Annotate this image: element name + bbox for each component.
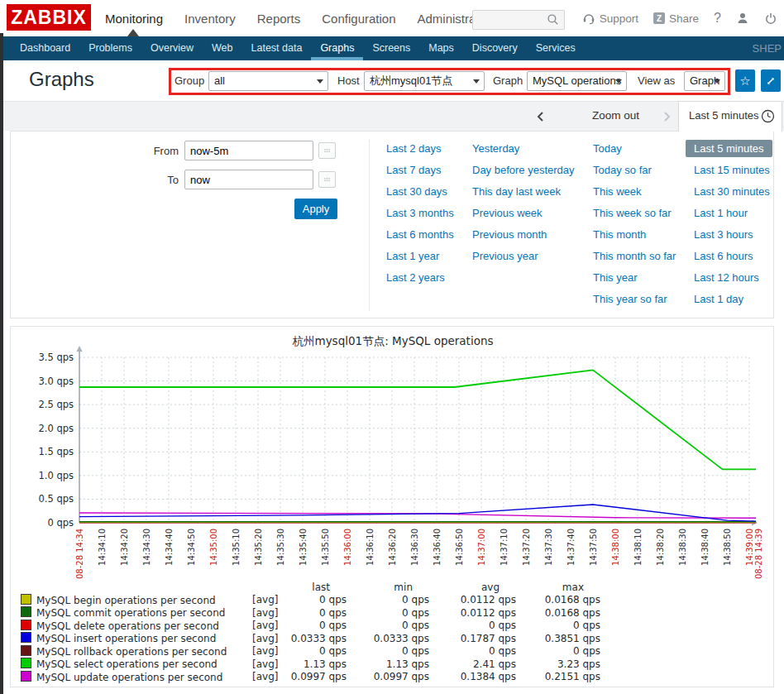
subnav-item-services[interactable]: Services — [527, 36, 585, 60]
to-input[interactable] — [184, 170, 313, 189]
svg-text:14:36:40: 14:36:40 — [433, 529, 442, 566]
legend-series-name: MySQL delete operations per second — [21, 620, 252, 633]
preset-last-30-minutes[interactable]: Last 30 minutes — [694, 185, 770, 198]
preset-last-1-year[interactable]: Last 1 year — [386, 250, 439, 262]
favorite-button[interactable]: ☆ — [735, 69, 755, 92]
legend-min-value: 1.13 qps — [347, 658, 429, 671]
preset-last-12-hours[interactable]: Last 12 hours — [694, 271, 759, 284]
preset-last-3-months[interactable]: Last 3 months — [386, 207, 454, 219]
svg-text:3.5 qps: 3.5 qps — [38, 352, 74, 363]
apply-button[interactable]: Apply — [294, 199, 337, 219]
legend-series-name: MySQL insert operations per second — [21, 632, 252, 645]
preset-day-before-yesterday[interactable]: Day before yesterday — [472, 164, 575, 176]
preset-this-week-so-far[interactable]: This week so far — [593, 207, 672, 219]
clock-icon — [761, 109, 775, 123]
preset-last-6-months[interactable]: Last 6 months — [386, 228, 454, 241]
preset-last-3-hours[interactable]: Last 3 hours — [694, 228, 753, 241]
main-nav-item-inventory[interactable]: Inventory — [174, 12, 246, 26]
preset-last-7-days[interactable]: Last 7 days — [386, 164, 442, 176]
preset-row: Last 1 hour — [694, 203, 772, 224]
subnav-item-web[interactable]: Web — [203, 36, 241, 60]
subnav-item-maps[interactable]: Maps — [419, 36, 463, 60]
preset-today[interactable]: Today — [593, 142, 622, 155]
legend-min-value: 0.0997 qps — [347, 671, 429, 684]
main-nav-item-monitoring[interactable]: Monitoring — [94, 12, 174, 26]
preset-previous-month[interactable]: Previous month — [472, 228, 547, 241]
preset-this-week[interactable]: This week — [593, 185, 642, 198]
series-color-swatch — [21, 594, 31, 605]
chart-axes — [77, 346, 758, 526]
subnav-item-discovery[interactable]: Discovery — [463, 36, 527, 60]
zabbix-logo[interactable]: ZABBIX — [7, 4, 91, 31]
logout-button[interactable] — [764, 12, 777, 25]
svg-text:14:35:30: 14:35:30 — [276, 529, 285, 566]
preset-previous-year[interactable]: Previous year — [472, 250, 538, 262]
search-icon[interactable] — [547, 13, 560, 26]
from-input[interactable] — [184, 141, 313, 160]
preset-last-6-hours[interactable]: Last 6 hours — [694, 250, 753, 262]
preset-last-30-days[interactable]: Last 30 days — [386, 185, 447, 198]
subnav-item-dashboard[interactable]: Dashboard — [11, 36, 79, 60]
active-menu-caret-icon — [127, 29, 139, 36]
legend-function-tag: [avg] — [252, 671, 280, 684]
to-calendar-button[interactable] — [318, 171, 336, 188]
legend-max-value: 0.0168 qps — [516, 594, 600, 607]
preset-this-year-so-far[interactable]: This year so far — [593, 293, 667, 305]
subnav-item-screens[interactable]: Screens — [363, 36, 419, 60]
y-axis-arrow — [77, 346, 83, 352]
preset-this-day-last-week[interactable]: This day last week — [472, 185, 561, 198]
from-calendar-button[interactable] — [318, 142, 336, 159]
subnav-item-problems[interactable]: Problems — [79, 36, 141, 60]
subnav-item-overview[interactable]: Overview — [141, 36, 203, 60]
svg-text:1.0 qps: 1.0 qps — [38, 470, 74, 481]
legend-last-value: 0.0333 qps — [280, 632, 347, 645]
svg-text:14:34:50: 14:34:50 — [187, 529, 196, 566]
zoom-out-button[interactable]: Zoom out — [592, 109, 639, 122]
svg-text:1.5 qps: 1.5 qps — [38, 446, 74, 457]
svg-text:14:36:30: 14:36:30 — [410, 529, 419, 566]
legend-min-value: 0 qps — [347, 620, 429, 633]
subnav-item-graphs[interactable]: Graphs — [311, 36, 363, 60]
preset-last-1-day[interactable]: Last 1 day — [694, 293, 743, 305]
chart-series — [79, 370, 756, 522]
preset-last-2-years[interactable]: Last 2 years — [386, 271, 445, 284]
svg-text:14:37:00: 14:37:00 — [477, 529, 486, 566]
main-nav-item-reports[interactable]: Reports — [246, 12, 312, 26]
help-button[interactable]: ? — [714, 11, 721, 26]
preset-row: This month so far — [593, 246, 676, 267]
svg-text:14:37:30: 14:37:30 — [544, 529, 553, 566]
preset-this-month[interactable]: This month — [593, 228, 646, 241]
legend-avg-value: 0 qps — [429, 645, 516, 658]
preset-last-2-days[interactable]: Last 2 days — [386, 142, 442, 155]
chevron-left-icon[interactable] — [536, 111, 544, 122]
preset-yesterday[interactable]: Yesterday — [472, 142, 519, 155]
fullscreen-button[interactable] — [761, 69, 781, 92]
view-as-select[interactable]: Graph — [684, 71, 725, 91]
headset-icon — [582, 12, 595, 25]
preset-previous-week[interactable]: Previous week — [472, 207, 543, 219]
main-nav-item-configuration[interactable]: Configuration — [311, 12, 406, 26]
legend-header-last: last — [280, 582, 347, 594]
preset-last-5-minutes[interactable]: Last 5 minutes — [686, 140, 772, 157]
support-link[interactable]: Support — [582, 12, 638, 25]
share-link[interactable]: Z Share — [653, 12, 699, 25]
legend-function-tag: [avg] — [252, 658, 280, 671]
time-range-tab[interactable]: Last 5 minutes — [678, 101, 782, 132]
chart-x-labels: 08-28 14:3414:34:1014:34:2014:34:3014:34… — [75, 529, 763, 579]
subnav-item-latest-data[interactable]: Latest data — [242, 36, 312, 60]
svg-text:14:36:20: 14:36:20 — [388, 529, 397, 566]
preset-this-month-so-far[interactable]: This month so far — [593, 250, 676, 262]
preset-today-so-far[interactable]: Today so far — [593, 164, 652, 176]
search-input[interactable] — [477, 12, 548, 28]
host-select[interactable]: 杭州mysql01节点 — [364, 71, 485, 91]
chevron-right-icon[interactable] — [663, 111, 672, 122]
preset-row: Last 1 year — [386, 246, 454, 267]
user-icon — [736, 12, 749, 25]
graph-select[interactable]: MySQL operations — [527, 71, 627, 91]
preset-last-1-hour[interactable]: Last 1 hour — [694, 207, 748, 219]
user-profile-button[interactable] — [736, 12, 749, 25]
legend-row: MySQL update operations per second[avg]0… — [21, 671, 600, 684]
group-select[interactable]: all — [208, 71, 328, 91]
preset-last-15-minutes[interactable]: Last 15 minutes — [694, 164, 770, 176]
preset-this-year[interactable]: This year — [593, 271, 637, 284]
